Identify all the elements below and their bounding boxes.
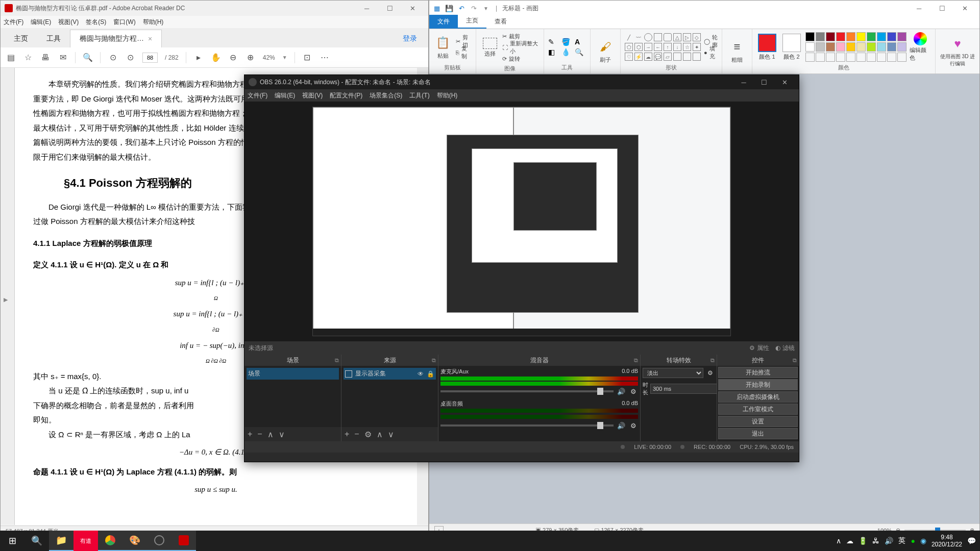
source-props-icon[interactable]: ⚙ bbox=[364, 430, 372, 439]
fill-button[interactable]: ●填充 bbox=[704, 47, 718, 58]
edit-colors-button[interactable]: 编辑颜色 bbox=[910, 32, 931, 62]
size-button[interactable]: ≡ 粗细 bbox=[726, 39, 748, 64]
minimize-button[interactable]: ─ bbox=[908, 1, 930, 15]
sidebar-toggle-icon[interactable]: ▤ bbox=[6, 53, 16, 63]
menu-scenes[interactable]: 场景集合(S) bbox=[370, 91, 402, 100]
menu-tools[interactable]: 工具(T) bbox=[409, 91, 429, 100]
mic-settings-icon[interactable]: ⚙ bbox=[629, 387, 638, 396]
close-button[interactable]: ✕ bbox=[774, 76, 795, 89]
color-palette[interactable] bbox=[805, 32, 906, 62]
taskbar-obs[interactable] bbox=[147, 531, 172, 551]
tray-battery-icon[interactable]: 🔋 bbox=[859, 537, 867, 545]
desktop-settings-icon[interactable]: ⚙ bbox=[629, 421, 638, 430]
scenes-list[interactable]: 场景 bbox=[244, 366, 341, 427]
menu-profile[interactable]: 配置文件(P) bbox=[330, 91, 362, 100]
taskbar-chrome[interactable] bbox=[98, 531, 122, 551]
tab-home[interactable]: 主页 bbox=[5, 30, 37, 47]
tab-document[interactable]: 椭圆与抛物型方程… × bbox=[70, 30, 162, 47]
qat-dropdown-icon[interactable]: ▼ bbox=[481, 4, 491, 13]
start-stream-button[interactable]: 开始推流 bbox=[718, 367, 798, 378]
search-icon[interactable]: 🔍 bbox=[83, 53, 93, 63]
menu-window[interactable]: 窗口(W) bbox=[113, 18, 135, 27]
tray-onedrive-icon[interactable]: ☁ bbox=[846, 537, 853, 545]
tab-view[interactable]: 查看 bbox=[486, 15, 515, 29]
popout-icon[interactable]: ⧉ bbox=[432, 357, 436, 364]
popout-icon[interactable]: ⧉ bbox=[710, 357, 715, 364]
color1-button[interactable]: 颜色 1 bbox=[756, 34, 778, 61]
taskbar-explorer[interactable]: 📁 bbox=[49, 531, 74, 551]
source-up-icon[interactable]: ∧ bbox=[377, 430, 383, 439]
fit-icon[interactable]: ⊡ bbox=[302, 53, 312, 63]
mic-volume-slider[interactable] bbox=[440, 390, 614, 392]
tab-file[interactable]: 文件 bbox=[429, 15, 458, 29]
obs-titlebar[interactable]: OBS 26.0.2 (64-bit, windows) - 配置文件: 未命名… bbox=[244, 75, 799, 89]
redo-icon[interactable]: ↷ bbox=[469, 4, 478, 13]
minimize-button[interactable]: ─ bbox=[355, 1, 378, 15]
print-icon[interactable]: 🖶 bbox=[40, 53, 51, 63]
tray-app-icon[interactable]: ◉ bbox=[920, 537, 926, 545]
menu-help[interactable]: 帮助(H) bbox=[437, 91, 458, 100]
remove-source-icon[interactable]: − bbox=[354, 430, 359, 439]
paint-titlebar[interactable]: ▦ 💾 ↶ ↷ ▼ | 无标题 - 画图 ─ ☐ ✕ bbox=[429, 1, 979, 16]
start-vcam-button[interactable]: 启动虚拟摄像机 bbox=[718, 391, 798, 403]
desktop-volume-slider[interactable] bbox=[440, 424, 614, 427]
popout-icon[interactable]: ⧉ bbox=[335, 357, 339, 364]
resize-button[interactable]: ⛶重新调整大小 bbox=[502, 42, 540, 53]
tray-volume-icon[interactable]: 🔊 bbox=[885, 537, 893, 545]
scene-up-icon[interactable]: ∧ bbox=[267, 430, 274, 439]
tab-close-icon[interactable]: × bbox=[148, 35, 152, 43]
taskbar-acrobat[interactable] bbox=[172, 531, 196, 551]
copy-button[interactable]: ⎘复制 bbox=[456, 47, 472, 58]
filters-button[interactable]: ◐滤镜 bbox=[775, 344, 795, 353]
acrobat-sidebar[interactable]: ▶ bbox=[1, 68, 15, 525]
zoom-dropdown-icon[interactable]: ▼ bbox=[282, 55, 287, 60]
tab-home[interactable]: 主页 bbox=[458, 14, 486, 29]
source-down-icon[interactable]: ∨ bbox=[388, 430, 394, 439]
maximize-button[interactable]: ☐ bbox=[930, 1, 953, 15]
transition-settings-icon[interactable]: ⚙ bbox=[705, 369, 715, 377]
sources-list[interactable]: 显示器采集 👁 🔒 bbox=[341, 366, 438, 427]
minimize-button[interactable]: ─ bbox=[733, 76, 754, 89]
star-icon[interactable]: ☆ bbox=[23, 53, 33, 63]
more-icon[interactable]: ⋯ bbox=[320, 53, 330, 63]
page-down-icon[interactable]: ⊙ bbox=[125, 53, 135, 63]
pencil-tool[interactable]: ✎ bbox=[548, 38, 559, 46]
color2-button[interactable]: 颜色 2 bbox=[781, 34, 802, 61]
fill-tool[interactable]: 🪣 bbox=[561, 38, 573, 46]
lock-icon[interactable]: 🔒 bbox=[427, 370, 434, 378]
source-item[interactable]: 显示器采集 👁 🔒 bbox=[344, 368, 436, 380]
zoom-level[interactable]: 42% bbox=[263, 54, 275, 61]
desktop-mute-icon[interactable]: 🔊 bbox=[617, 421, 626, 430]
menu-file[interactable]: 文件(F) bbox=[4, 18, 23, 27]
settings-button[interactable]: 设置 bbox=[718, 416, 798, 427]
acrobat-titlebar[interactable]: 椭圆与抛物型方程引论 伍卓群.pdf - Adobe Acrobat Reade… bbox=[1, 1, 428, 16]
tab-tools[interactable]: 工具 bbox=[37, 30, 70, 47]
mail-icon[interactable]: ✉ bbox=[58, 53, 68, 63]
tray-up-icon[interactable]: ∧ bbox=[836, 537, 841, 545]
taskbar-clock[interactable]: 9:48 2020/12/22 bbox=[932, 534, 962, 548]
visibility-icon[interactable]: 👁 bbox=[418, 370, 424, 378]
start-record-button[interactable]: 开始录制 bbox=[718, 379, 798, 390]
undo-icon[interactable]: ↶ bbox=[457, 4, 466, 13]
taskbar-paint[interactable]: 🎨 bbox=[122, 531, 147, 551]
save-icon[interactable]: 💾 bbox=[445, 4, 454, 13]
zoom-out-icon[interactable]: ⊖ bbox=[228, 53, 238, 63]
menu-edit[interactable]: 编辑(E) bbox=[275, 91, 295, 100]
paint3d-button[interactable]: ♥ 使用画图 3D 进行编辑 bbox=[940, 36, 975, 67]
menu-help[interactable]: 帮助(H) bbox=[143, 18, 164, 27]
tray-network-icon[interactable]: 🖧 bbox=[872, 537, 879, 545]
exit-button[interactable]: 退出 bbox=[718, 428, 798, 439]
hand-icon[interactable]: ✋ bbox=[211, 53, 221, 63]
properties-button[interactable]: ⚙属性 bbox=[749, 344, 769, 353]
studio-mode-button[interactable]: 工作室模式 bbox=[718, 404, 798, 415]
pointer-icon[interactable]: ▸ bbox=[193, 53, 204, 63]
add-scene-icon[interactable]: + bbox=[248, 430, 252, 439]
magnifier-tool[interactable]: 🔍 bbox=[575, 48, 586, 56]
mic-mute-icon[interactable]: 🔊 bbox=[617, 387, 626, 396]
duration-input[interactable] bbox=[650, 384, 717, 394]
eraser-tool[interactable]: ◧ bbox=[548, 48, 559, 56]
maximize-button[interactable]: ☐ bbox=[378, 1, 401, 15]
scene-down-icon[interactable]: ∨ bbox=[279, 430, 285, 439]
start-button[interactable]: ⊞ bbox=[0, 531, 24, 551]
notifications-icon[interactable]: 💬 bbox=[967, 537, 976, 545]
